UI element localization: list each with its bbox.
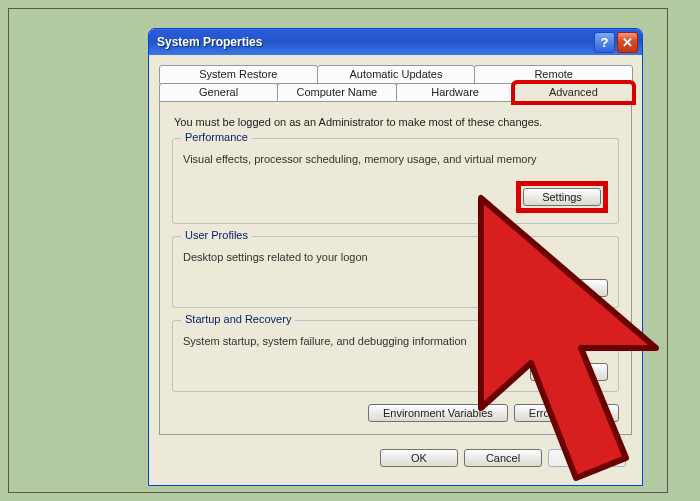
ok-button[interactable]: OK bbox=[380, 449, 458, 467]
tab-automatic-updates[interactable]: Automatic Updates bbox=[317, 65, 476, 84]
user-profiles-settings-button[interactable]: Settings bbox=[530, 279, 608, 297]
tab-hardware[interactable]: Hardware bbox=[396, 83, 515, 102]
tab-remote[interactable]: Remote bbox=[474, 65, 633, 84]
group-startup-recovery: Startup and Recovery System startup, sys… bbox=[172, 320, 619, 392]
admin-notice: You must be logged on as an Administrato… bbox=[174, 116, 617, 128]
group-user-profiles: User Profiles Desktop settings related t… bbox=[172, 236, 619, 308]
window-title: System Properties bbox=[153, 35, 592, 49]
extras-row: Environment Variables Error Reporting bbox=[172, 404, 619, 422]
settings-button-highlight: Settings bbox=[516, 181, 608, 213]
tab-system-restore[interactable]: System Restore bbox=[159, 65, 318, 84]
apply-button[interactable]: Apply bbox=[548, 449, 626, 467]
error-reporting-button[interactable]: Error Reporting bbox=[514, 404, 619, 422]
group-performance-legend: Performance bbox=[181, 131, 252, 143]
cancel-button[interactable]: Cancel bbox=[464, 449, 542, 467]
tab-general[interactable]: General bbox=[159, 83, 278, 102]
client-area: System Restore Automatic Updates Remote … bbox=[149, 55, 642, 485]
group-startup-desc: System startup, system failure, and debu… bbox=[183, 335, 608, 347]
group-startup-legend: Startup and Recovery bbox=[181, 313, 295, 325]
help-button[interactable]: ? bbox=[594, 32, 615, 53]
tab-advanced[interactable]: Advanced bbox=[514, 83, 633, 102]
group-performance-desc: Visual effects, processor scheduling, me… bbox=[183, 153, 608, 165]
environment-variables-button[interactable]: Environment Variables bbox=[368, 404, 508, 422]
performance-settings-button[interactable]: Settings bbox=[523, 188, 601, 206]
group-user-profiles-legend: User Profiles bbox=[181, 229, 252, 241]
group-performance: Performance Visual effects, processor sc… bbox=[172, 138, 619, 224]
group-user-profiles-desc: Desktop settings related to your logon bbox=[183, 251, 608, 263]
startup-settings-button[interactable]: Settings bbox=[530, 363, 608, 381]
tabs-front-row: General Computer Name Hardware Advanced bbox=[159, 83, 632, 102]
system-properties-window: System Properties ? ✕ System Restore Aut… bbox=[148, 28, 643, 486]
close-button[interactable]: ✕ bbox=[617, 32, 638, 53]
dialog-buttons-row: OK Cancel Apply bbox=[159, 443, 632, 475]
tab-computer-name[interactable]: Computer Name bbox=[277, 83, 396, 102]
tabs-back-row: System Restore Automatic Updates Remote bbox=[159, 65, 632, 84]
tabpage-advanced: You must be logged on as an Administrato… bbox=[159, 102, 632, 435]
titlebar[interactable]: System Properties ? ✕ bbox=[149, 29, 642, 55]
